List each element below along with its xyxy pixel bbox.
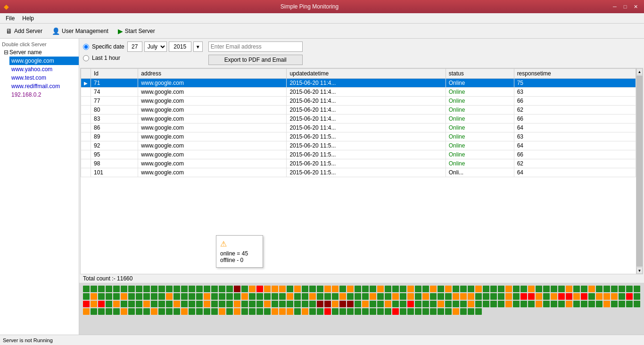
scroll-up-arrow[interactable]: ▲	[636, 68, 643, 75]
heatmap-cell[interactable]	[279, 293, 286, 300]
heatmap-cell[interactable]	[460, 286, 467, 292]
heatmap-cell[interactable]	[317, 293, 323, 300]
heatmap-cell[interactable]	[453, 286, 459, 292]
heatmap-cell[interactable]	[143, 301, 150, 307]
heatmap-cell[interactable]	[324, 286, 331, 292]
table-row[interactable]: 101 www.google.com 2015-06-20 11:5... On…	[81, 168, 636, 177]
heatmap-cell[interactable]	[558, 301, 565, 307]
heatmap-cell[interactable]	[438, 308, 444, 315]
heatmap-cell[interactable]	[332, 286, 339, 292]
tree-root[interactable]: ⊟ Server name	[2, 48, 79, 57]
heatmap-cell[interactable]	[279, 301, 286, 307]
heatmap-cell[interactable]	[619, 286, 625, 292]
heatmap-cell[interactable]	[558, 293, 565, 300]
heatmap-cell[interactable]	[196, 286, 203, 292]
heatmap-cell[interactable]	[513, 301, 520, 307]
heatmap-cell[interactable]	[438, 293, 444, 300]
heatmap-cell[interactable]	[611, 301, 618, 307]
heatmap-cell[interactable]	[430, 286, 437, 292]
heatmap-cell[interactable]	[588, 286, 595, 292]
heatmap-cell[interactable]	[83, 286, 90, 292]
heatmap-cell[interactable]	[513, 293, 520, 300]
sidebar-item-3[interactable]: www.rediffmail.com	[9, 82, 79, 90]
table-row[interactable]: 74 www.google.com 2015-06-20 11:4... Onl…	[81, 88, 636, 97]
table-row[interactable]: 98 www.google.com 2015-06-20 11:5... Onl…	[81, 159, 636, 168]
heatmap-cell[interactable]	[83, 293, 90, 300]
heatmap-cell[interactable]	[166, 293, 173, 300]
heatmap-cell[interactable]	[611, 293, 618, 300]
heatmap-cell[interactable]	[445, 308, 452, 315]
heatmap-cell[interactable]	[415, 301, 421, 307]
heatmap-cell[interactable]	[204, 286, 210, 292]
heatmap-cell[interactable]	[468, 308, 474, 315]
heatmap-cell[interactable]	[181, 301, 188, 307]
heatmap-cell[interactable]	[98, 293, 105, 300]
heatmap-cell[interactable]	[332, 293, 339, 300]
heatmap-cell[interactable]	[362, 286, 369, 292]
sidebar-item-0[interactable]: www.google.com	[9, 57, 79, 65]
heatmap-cell[interactable]	[83, 308, 90, 315]
heatmap-cell[interactable]	[294, 293, 301, 300]
heatmap-cell[interactable]	[453, 301, 459, 307]
heatmap-cell[interactable]	[106, 286, 112, 292]
heatmap-cell[interactable]	[249, 286, 256, 292]
heatmap-cell[interactable]	[196, 308, 203, 315]
heatmap-cell[interactable]	[475, 301, 482, 307]
heatmap-cell[interactable]	[370, 308, 376, 315]
heatmap-cell[interactable]	[438, 286, 444, 292]
heatmap-cell[interactable]	[392, 286, 399, 292]
heatmap-cell[interactable]	[181, 293, 188, 300]
heatmap-cell[interactable]	[566, 293, 572, 300]
heatmap-cell[interactable]	[279, 286, 286, 292]
heatmap-cell[interactable]	[407, 293, 414, 300]
heatmap-cell[interactable]	[520, 301, 527, 307]
heatmap-cell[interactable]	[505, 286, 512, 292]
heatmap-cell[interactable]	[121, 308, 127, 315]
heatmap-cell[interactable]	[113, 308, 120, 315]
heatmap-cell[interactable]	[287, 301, 293, 307]
heatmap-cell[interactable]	[166, 301, 173, 307]
heatmap-cell[interactable]	[430, 301, 437, 307]
calendar-button[interactable]: ▼	[193, 41, 203, 52]
heatmap-cell[interactable]	[91, 286, 97, 292]
heatmap-cell[interactable]	[302, 301, 308, 307]
heatmap-cell[interactable]	[91, 293, 97, 300]
heatmap-cell[interactable]	[98, 301, 105, 307]
heatmap-cell[interactable]	[445, 301, 452, 307]
heatmap-cell[interactable]	[302, 308, 308, 315]
heatmap-cell[interactable]	[400, 286, 406, 292]
heatmap-cell[interactable]	[332, 308, 339, 315]
heatmap-cell[interactable]	[196, 293, 203, 300]
heatmap-cell[interactable]	[234, 286, 240, 292]
heatmap-cell[interactable]	[355, 286, 361, 292]
table-row[interactable]: 95 www.google.com 2015-06-20 11:5... Onl…	[81, 150, 636, 159]
heatmap-cell[interactable]	[234, 301, 240, 307]
heatmap-cell[interactable]	[400, 293, 406, 300]
heatmap-cell[interactable]	[264, 308, 271, 315]
heatmap-cell[interactable]	[468, 301, 474, 307]
heatmap-cell[interactable]	[128, 301, 135, 307]
day-input[interactable]	[127, 41, 142, 52]
heatmap-cell[interactable]	[551, 286, 557, 292]
heatmap-cell[interactable]	[241, 308, 248, 315]
heatmap-cell[interactable]	[415, 293, 421, 300]
heatmap-cell[interactable]	[219, 293, 225, 300]
heatmap-cell[interactable]	[166, 286, 173, 292]
heatmap-cell[interactable]	[445, 293, 452, 300]
heatmap-cell[interactable]	[475, 293, 482, 300]
heatmap-cell[interactable]	[83, 301, 90, 307]
heatmap-cell[interactable]	[196, 301, 203, 307]
heatmap-cell[interactable]	[536, 301, 542, 307]
heatmap-cell[interactable]	[422, 286, 429, 292]
heatmap-cell[interactable]	[581, 301, 587, 307]
heatmap-cell[interactable]	[128, 293, 135, 300]
heatmap-cell[interactable]	[407, 308, 414, 315]
heatmap-cell[interactable]	[475, 308, 482, 315]
table-row[interactable]: 86 www.google.com 2015-06-20 11:4... Onl…	[81, 123, 636, 132]
heatmap-cell[interactable]	[573, 301, 580, 307]
heatmap-cell[interactable]	[603, 301, 610, 307]
heatmap-cell[interactable]	[603, 293, 610, 300]
user-management-button[interactable]: 👤 User Management	[48, 26, 112, 36]
heatmap-cell[interactable]	[264, 286, 271, 292]
heatmap-cell[interactable]	[588, 301, 595, 307]
